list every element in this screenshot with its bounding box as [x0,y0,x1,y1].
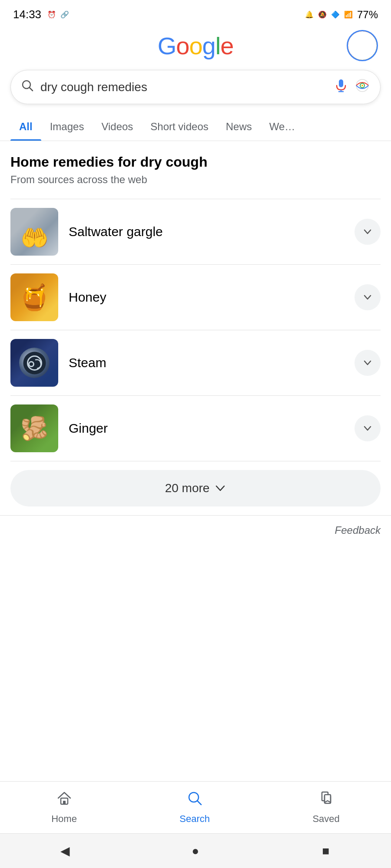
svg-point-17 [30,362,33,366]
back-button[interactable]: ◀ [54,840,76,862]
alarm-icon: ⏰ [47,10,56,19]
mic-svg [334,79,348,92]
lens-icon[interactable] [355,78,370,96]
tab-web[interactable]: We… [261,113,304,141]
bluetooth-icon: 🔷 [331,10,340,19]
status-right: 🔔 🔕 🔷 📶 77% [305,9,378,21]
chevron-down-icon [363,358,372,368]
svg-rect-19 [63,801,66,804]
nav-search-label: Search [179,813,210,825]
saved-icon [318,790,334,810]
bottom-nav: Home Search Saved [0,781,391,833]
status-bar: 14:33 ⏰ 🔗 🔔 🔕 🔷 📶 77% [0,0,391,26]
remedy-thumb-steam [10,339,58,387]
signal-icon: 📶 [344,10,353,19]
svg-rect-8 [339,79,343,87]
home-svg [56,790,72,806]
remedy-name-honey: Honey [69,290,355,305]
lens-svg [355,78,370,93]
section-subtitle: From sources across the web [10,174,381,186]
mic-icon[interactable] [334,79,348,95]
feedback-link[interactable]: Feedback [335,524,381,536]
chevron-down-icon [363,293,372,302]
remedy-thumb-honey: 🍯 [10,273,58,321]
tab-all[interactable]: All [10,113,41,141]
nav-home[interactable]: Home [51,790,77,825]
google-logo: Google [44,32,347,60]
logo-o1: o [176,32,189,59]
tabs: All Images Videos Short videos News We… [0,113,391,141]
chevron-down-icon [215,483,226,494]
nav-saved-label: Saved [312,813,339,825]
logo-g2: g [202,32,215,59]
list-item[interactable]: Steam [10,330,381,396]
remedy-name-steam: Steam [69,355,355,370]
status-time: 14:33 [13,8,41,21]
svg-point-20 [189,792,199,802]
home-button[interactable]: ● [185,840,206,862]
list-item[interactable]: 🫚 Ginger [10,396,381,461]
nav-home-label: Home [51,813,77,825]
chevron-down-icon [363,424,372,433]
search-query[interactable]: dry cough remedies [40,80,327,94]
svg-line-7 [30,88,33,91]
nav-search[interactable]: Search [179,790,210,825]
remedy-name-ginger: Ginger [69,421,355,436]
bottom-spacer [0,545,391,632]
avatar[interactable] [347,30,378,61]
logo-l: l [215,32,220,59]
tab-news[interactable]: News [217,113,261,141]
search-nav-icon [187,790,202,810]
list-item[interactable]: 🍯 Honey [10,265,381,330]
tab-videos[interactable]: Videos [93,113,142,141]
search-bar[interactable]: dry cough remedies [10,70,381,104]
steam-logo [19,348,50,378]
more-button-label: 20 more [165,481,210,495]
logo-o2: o [189,32,202,59]
svg-line-21 [198,801,201,805]
battery-level: 77% [357,9,378,21]
svg-point-14 [23,352,46,374]
expand-saltwater-button[interactable] [355,219,381,245]
logo-g: G [158,32,176,59]
recents-button[interactable]: ■ [315,840,337,862]
status-left: 14:33 ⏰ 🔗 [13,8,69,21]
steam-svg [23,351,46,375]
search-nav-svg [187,790,202,806]
main-content: Home remedies for dry cough From sources… [0,141,391,506]
search-svg [21,79,33,92]
expand-steam-button[interactable] [355,350,381,376]
remedy-name-saltwater: Saltwater gargle [69,224,355,239]
expand-honey-button[interactable] [355,284,381,310]
tab-short-videos[interactable]: Short videos [142,113,217,141]
alarm-right-icon: 🔔 [305,10,314,19]
section-title: Home remedies for dry cough [10,154,381,170]
saved-svg [318,790,334,806]
more-button[interactable]: 20 more [10,470,381,506]
android-nav: ◀ ● ■ [0,833,391,868]
chevron-down-icon [363,227,372,237]
logo-e: e [220,32,233,59]
nav-saved[interactable]: Saved [312,790,339,825]
avatar-ring [347,30,378,61]
mute-icon: 🔕 [318,10,327,19]
header: Google [0,26,391,70]
svg-point-13 [361,85,363,86]
list-item[interactable]: Saltwater gargle [10,199,381,265]
feedback-row: Feedback [0,515,391,545]
remedy-thumb-ginger: 🫚 [10,404,58,452]
remedy-thumb-saltwater [10,208,58,256]
home-icon [56,790,72,810]
search-icon [21,79,33,95]
link-icon: 🔗 [60,10,69,19]
status-icons: ⏰ 🔗 [47,10,69,19]
remedy-list: Saltwater gargle 🍯 Honey [10,199,381,461]
expand-ginger-button[interactable] [355,415,381,441]
tab-images[interactable]: Images [41,113,93,141]
